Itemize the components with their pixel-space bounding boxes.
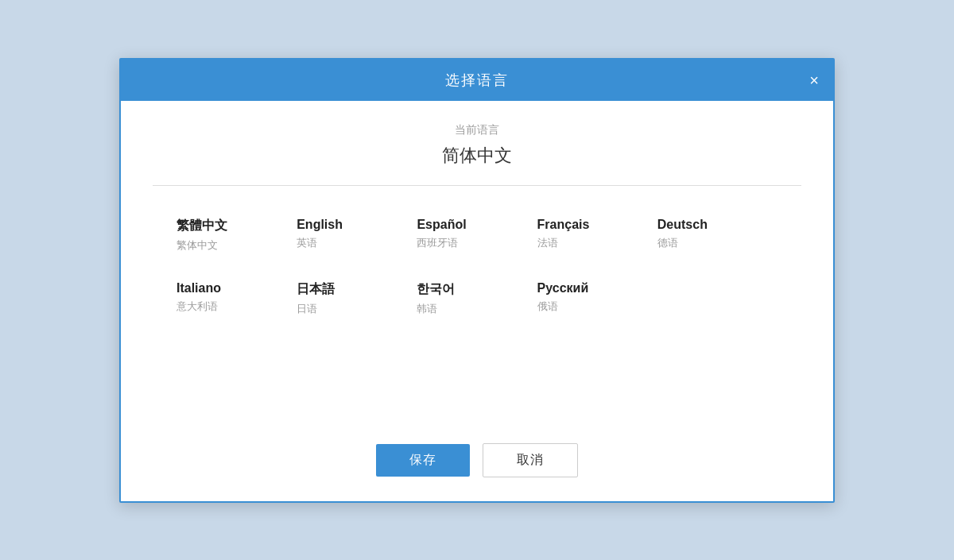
- current-language-section: 当前语言 简体中文: [153, 123, 801, 186]
- lang-secondary-de: 德语: [657, 236, 678, 250]
- language-item-zh-tw[interactable]: 繁體中文繁体中文: [176, 218, 297, 253]
- language-item-ja[interactable]: 日本語日语: [297, 281, 417, 316]
- lang-secondary-it: 意大利语: [176, 299, 218, 314]
- language-item-ko[interactable]: 한국어韩语: [417, 281, 537, 316]
- lang-secondary-es: 西班牙语: [417, 236, 458, 250]
- lang-primary-en: English: [297, 218, 343, 232]
- lang-primary-fr: Français: [537, 218, 590, 232]
- lang-secondary-ja: 日语: [297, 302, 317, 316]
- lang-primary-ko: 한국어: [417, 281, 455, 298]
- dialog-header: 选择语言 ×: [121, 60, 833, 101]
- language-item-ru[interactable]: Русский俄语: [537, 281, 657, 316]
- lang-secondary-ko: 韩语: [417, 302, 437, 316]
- lang-secondary-ru: 俄语: [537, 299, 558, 314]
- language-item-en[interactable]: English英语: [297, 218, 417, 253]
- current-language-label: 当前语言: [153, 123, 801, 137]
- language-item-de[interactable]: Deutsch德语: [657, 218, 778, 253]
- dialog-title: 选择语言: [445, 71, 509, 90]
- language-item-it[interactable]: Italiano意大利语: [176, 281, 297, 316]
- lang-primary-de: Deutsch: [657, 218, 708, 232]
- close-button[interactable]: ×: [809, 72, 819, 88]
- cancel-button[interactable]: 取消: [483, 443, 578, 477]
- language-item-es[interactable]: Español西班牙语: [417, 218, 537, 253]
- current-language-value: 简体中文: [153, 144, 801, 168]
- lang-primary-ru: Русский: [537, 281, 589, 295]
- lang-secondary-fr: 法语: [537, 236, 558, 250]
- dialog-footer: 保存 取消: [121, 424, 833, 501]
- language-dialog: 选择语言 × 当前语言 简体中文 繁體中文繁体中文English英语Españo…: [119, 58, 835, 503]
- save-button[interactable]: 保存: [376, 444, 470, 477]
- lang-primary-it: Italiano: [176, 281, 221, 295]
- dialog-body: 当前语言 简体中文 繁體中文繁体中文English英语Español西班牙语Fr…: [121, 101, 833, 424]
- language-item-fr[interactable]: Français法语: [537, 218, 657, 253]
- lang-secondary-zh-tw: 繁体中文: [176, 238, 218, 253]
- lang-primary-zh-tw: 繁體中文: [176, 218, 227, 234]
- lang-primary-ja: 日本語: [297, 281, 335, 298]
- lang-secondary-en: 英语: [297, 236, 317, 250]
- language-grid: 繁體中文繁体中文English英语Español西班牙语Français法语De…: [153, 210, 801, 324]
- lang-primary-es: Español: [417, 218, 466, 232]
